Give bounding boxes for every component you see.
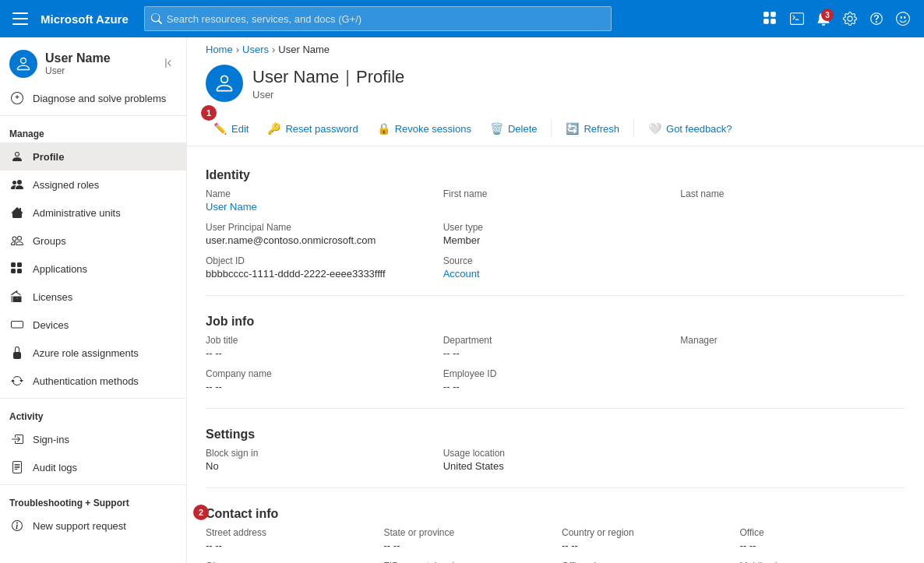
support-section-label: Troubleshooting + Support xyxy=(0,488,186,512)
revoke-sessions-label: Revoke sessions xyxy=(395,123,471,135)
sidebar-item-audit-logs[interactable]: Audit logs xyxy=(0,453,186,481)
block-sign-in-value: No xyxy=(206,460,431,472)
content-area: Identity Name User Name First name Last … xyxy=(187,146,924,563)
sidebar-item-sign-ins[interactable]: Sign-ins xyxy=(0,425,186,453)
delete-button[interactable]: 🗑️ Delete xyxy=(482,118,545,139)
diagnose-icon xyxy=(9,90,25,106)
revoke-icon: 🔒 xyxy=(377,122,390,135)
sidebar-item-applications[interactable]: Applications xyxy=(0,255,186,283)
sidebar-item-assigned-roles[interactable]: Assigned roles xyxy=(0,171,186,199)
sign-ins-label: Sign-ins xyxy=(33,434,69,445)
search-bar[interactable] xyxy=(144,6,612,31)
contact-info-fields: Street address -- -- State or province -… xyxy=(206,527,905,563)
breadcrumb-sep-1: › xyxy=(236,44,239,55)
help-button[interactable] xyxy=(865,7,888,30)
street-label: Street address xyxy=(206,527,372,538)
revoke-sessions-button[interactable]: 🔒 Revoke sessions xyxy=(369,118,479,139)
assigned-roles-icon xyxy=(9,177,25,192)
sidebar-item-groups[interactable]: Groups xyxy=(0,227,186,255)
sidebar-item-licenses[interactable]: Licenses xyxy=(0,283,186,311)
auth-methods-label: Authentication methods xyxy=(33,375,139,387)
sidebar-divider-1 xyxy=(0,115,186,116)
office-label: Office xyxy=(740,527,906,538)
edit-label: Edit xyxy=(231,123,249,135)
support-icon xyxy=(9,518,25,533)
field-department: Department -- -- xyxy=(443,335,668,359)
azure-logo: Microsoft Azure xyxy=(41,12,129,26)
notification-badge: 3 xyxy=(821,9,834,21)
step-badge-1: 1 xyxy=(201,105,217,121)
name-label: Name xyxy=(206,188,431,199)
search-input[interactable] xyxy=(167,13,605,25)
page-title-sep: | xyxy=(345,67,350,87)
field-empty-1 xyxy=(680,222,905,246)
settings-fields: Block sign in No Usage location United S… xyxy=(206,448,905,484)
field-name: Name User Name xyxy=(206,188,431,213)
admin-units-icon xyxy=(9,205,25,220)
field-country: Country or region -- -- xyxy=(562,527,728,551)
field-block-sign-in: Block sign in No xyxy=(206,448,431,472)
page-title-subtitle: Profile xyxy=(356,67,404,87)
hamburger-button[interactable] xyxy=(9,9,31,28)
upn-label: User Principal Name xyxy=(206,222,431,233)
sidebar-collapse-button[interactable] xyxy=(160,55,177,74)
sidebar-item-support[interactable]: New support request xyxy=(0,512,186,540)
edit-icon: ✏️ xyxy=(213,122,227,135)
manage-section-label: Manage xyxy=(0,119,186,143)
sidebar: User Name User Diagnose and solve proble… xyxy=(0,37,187,563)
upn-value: user.name@contoso.onmicrosoft.com xyxy=(206,234,431,246)
page-user-name: User Name xyxy=(252,67,339,87)
object-id-value: bbbbcccc-1111-dddd-2222-eeee3333ffff xyxy=(206,268,431,280)
portal-button[interactable] xyxy=(759,7,782,30)
avatar xyxy=(9,50,37,78)
feedback-button[interactable]: 🤍 Got feedback? xyxy=(640,118,740,139)
sign-ins-icon xyxy=(9,431,25,447)
settings-button[interactable] xyxy=(838,7,862,30)
edit-button[interactable]: ✏️ Edit xyxy=(206,118,256,139)
groups-label: Groups xyxy=(33,235,66,247)
company-name-label: Company name xyxy=(206,368,431,379)
breadcrumb-users[interactable]: Users xyxy=(242,44,269,55)
search-icon xyxy=(151,13,162,24)
delete-icon: 🗑️ xyxy=(490,122,503,135)
object-id-label: Object ID xyxy=(206,255,431,266)
settings-divider xyxy=(206,487,905,488)
field-employee-id: Employee ID -- -- xyxy=(443,368,668,392)
employee-id-label: Employee ID xyxy=(443,368,668,379)
sidebar-item-admin-units[interactable]: Administrative units xyxy=(0,199,186,227)
refresh-button[interactable]: 🔄 Refresh xyxy=(558,118,627,139)
refresh-icon: 🔄 xyxy=(566,122,579,135)
first-name-label: First name xyxy=(443,188,668,199)
sidebar-item-auth-methods[interactable]: Authentication methods xyxy=(0,367,186,395)
notifications-button[interactable]: 3 xyxy=(812,7,835,30)
cloud-shell-button[interactable] xyxy=(785,7,809,30)
identity-fields: Name User Name First name Last name User… xyxy=(206,188,905,292)
usage-location-value: United States xyxy=(443,460,668,472)
admin-units-label: Administrative units xyxy=(33,207,121,219)
job-info-divider xyxy=(206,408,905,409)
sidebar-item-profile[interactable]: Profile xyxy=(0,143,186,171)
breadcrumb-home[interactable]: Home xyxy=(206,44,233,55)
support-label: New support request xyxy=(33,520,126,532)
identity-divider xyxy=(206,295,905,296)
company-name-value: -- -- xyxy=(206,381,431,392)
feedback-button[interactable] xyxy=(891,7,915,30)
country-label: Country or region xyxy=(562,527,728,538)
sidebar-item-azure-roles[interactable]: Azure role assignments xyxy=(0,339,186,367)
hamburger-icon xyxy=(12,12,28,25)
sidebar-user-role: User xyxy=(45,65,111,76)
field-manager: Manager xyxy=(680,335,905,359)
assigned-roles-label: Assigned roles xyxy=(33,179,99,191)
sidebar-item-devices[interactable]: Devices xyxy=(0,311,186,339)
job-info-fields: Job title -- -- Department -- -- Manager… xyxy=(206,335,905,405)
sidebar-item-diagnose[interactable]: Diagnose and solve problems xyxy=(0,84,186,112)
field-object-id: Object ID bbbbcccc-1111-dddd-2222-eeee33… xyxy=(206,255,431,280)
devices-label: Devices xyxy=(33,319,69,331)
sidebar-user-name: User Name xyxy=(45,51,111,65)
contact-title-wrapper: Contact info 2 xyxy=(206,498,278,527)
reset-password-button[interactable]: 🔑 Reset password xyxy=(259,118,365,139)
nav-icons: 3 xyxy=(759,7,915,30)
identity-section-title: Identity xyxy=(206,159,905,188)
source-value[interactable]: Account xyxy=(443,268,668,280)
reset-password-icon: 🔑 xyxy=(267,122,280,135)
